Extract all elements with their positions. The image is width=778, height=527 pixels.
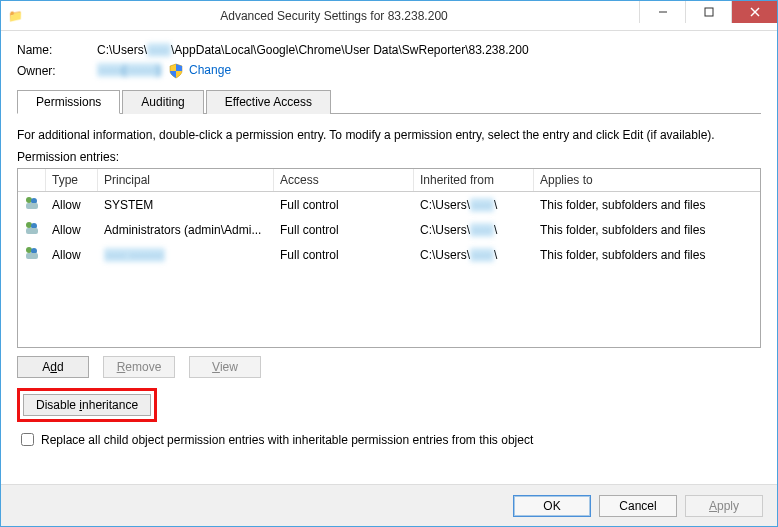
cell-access: Full control: [274, 222, 414, 238]
table-row[interactable]: AllowSYSTEMFull controlC:\Users\······\T…: [18, 192, 760, 217]
cell-applies: This folder, subfolders and files: [534, 197, 760, 213]
add-button[interactable]: Add: [17, 356, 89, 378]
owner-value: ·······(·········) Change: [97, 63, 231, 79]
replace-child-label: Replace all child object permission entr…: [41, 433, 533, 447]
users-icon: [24, 245, 44, 261]
permission-grid[interactable]: Type Principal Access Inherited from App…: [17, 168, 761, 348]
cell-access: Full control: [274, 247, 414, 263]
users-icon: [24, 220, 44, 236]
owner-label: Owner:: [17, 64, 97, 78]
dialog-button-bar: OK Cancel Apply: [1, 484, 777, 526]
users-icon: [24, 195, 44, 211]
entries-label: Permission entries:: [17, 150, 761, 164]
tab-permissions[interactable]: Permissions: [17, 90, 120, 114]
ok-button[interactable]: OK: [513, 495, 591, 517]
minimize-button[interactable]: [639, 1, 685, 23]
tab-effective-access[interactable]: Effective Access: [206, 90, 331, 114]
col-access[interactable]: Access: [274, 169, 414, 191]
cell-principal: ······ ··········: [98, 247, 274, 263]
cell-inherited: C:\Users\······\: [414, 247, 534, 263]
svg-point-7: [26, 222, 32, 228]
folder-icon: 📁: [1, 2, 29, 30]
tab-auditing[interactable]: Auditing: [122, 90, 203, 114]
col-inherited[interactable]: Inherited from: [414, 169, 534, 191]
cell-type: Allow: [46, 197, 98, 213]
svg-point-4: [26, 197, 32, 203]
highlight-annotation: Disable inheritance: [17, 388, 157, 422]
cancel-button[interactable]: Cancel: [599, 495, 677, 517]
name-value: C:\Users\······\AppData\Local\Google\Chr…: [97, 43, 529, 57]
cell-principal: SYSTEM: [98, 197, 274, 213]
name-label: Name:: [17, 43, 97, 57]
window-title: Advanced Security Settings for 83.238.20…: [29, 9, 639, 23]
cell-applies: This folder, subfolders and files: [534, 222, 760, 238]
maximize-button[interactable]: [685, 1, 731, 23]
col-applies[interactable]: Applies to: [534, 169, 760, 191]
svg-rect-1: [705, 8, 713, 16]
cell-principal: Administrators (admin\Admi...: [98, 222, 274, 238]
cell-inherited: C:\Users\······\: [414, 197, 534, 213]
cell-access: Full control: [274, 197, 414, 213]
tab-strip: Permissions Auditing Effective Access: [17, 89, 761, 114]
col-icon[interactable]: [18, 169, 46, 191]
security-settings-window: 📁 Advanced Security Settings for 83.238.…: [0, 0, 778, 527]
cell-inherited: C:\Users\······\: [414, 222, 534, 238]
col-principal[interactable]: Principal: [98, 169, 274, 191]
titlebar: 📁 Advanced Security Settings for 83.238.…: [1, 1, 777, 31]
table-row[interactable]: Allow······ ··········Full controlC:\Use…: [18, 242, 760, 267]
replace-child-checkbox[interactable]: [21, 433, 34, 446]
col-type[interactable]: Type: [46, 169, 98, 191]
svg-rect-6: [26, 203, 38, 209]
uac-shield-icon: [168, 63, 184, 79]
svg-rect-9: [26, 228, 38, 234]
change-owner-link[interactable]: Change: [189, 63, 231, 77]
table-row[interactable]: AllowAdministrators (admin\Admi...Full c…: [18, 217, 760, 242]
view-button: View: [189, 356, 261, 378]
close-button[interactable]: [731, 1, 777, 23]
svg-point-10: [26, 247, 32, 253]
svg-rect-12: [26, 253, 38, 259]
cell-type: Allow: [46, 222, 98, 238]
cell-type: Allow: [46, 247, 98, 263]
cell-applies: This folder, subfolders and files: [534, 247, 760, 263]
apply-button: Apply: [685, 495, 763, 517]
remove-button: Remove: [103, 356, 175, 378]
info-text: For additional information, double-click…: [17, 128, 761, 142]
disable-inheritance-button[interactable]: Disable inheritance: [23, 394, 151, 416]
